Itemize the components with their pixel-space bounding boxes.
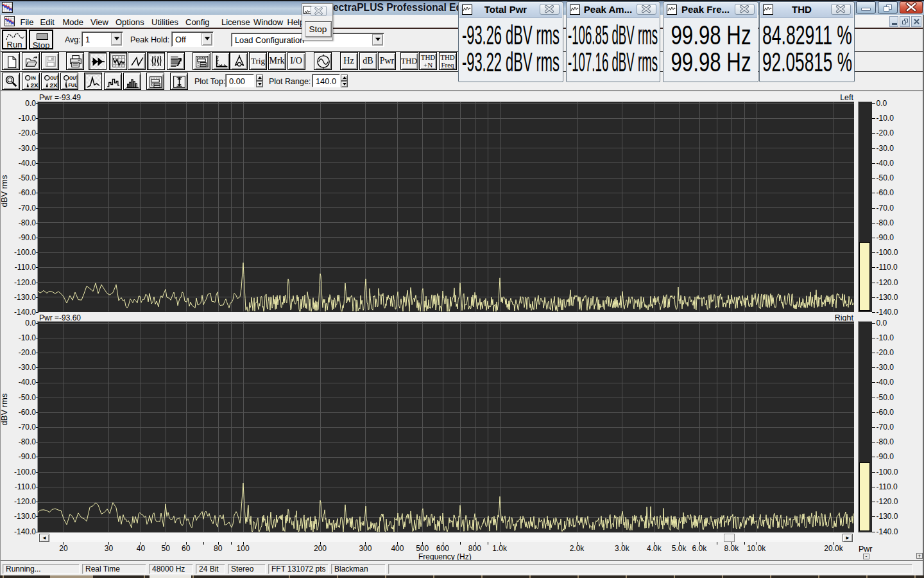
- svg-text:OUT: OUT: [50, 76, 58, 80]
- svg-text:FULL: FULL: [68, 82, 77, 88]
- svg-text:OUT: OUT: [69, 76, 77, 80]
- svg-text:-93.22 dBV rms: -93.22 dBV rms: [462, 46, 560, 77]
- svg-text:2X: 2X: [30, 81, 38, 88]
- svg-text:-107.16 dBV rms: -107.16 dBV rms: [568, 46, 658, 77]
- svg-text:-106.85 dBV rms: -106.85 dBV rms: [568, 19, 658, 50]
- svg-text:-93.26 dBV rms: -93.26 dBV rms: [462, 19, 560, 50]
- svg-text:92.05815 %: 92.05815 %: [762, 46, 852, 77]
- svg-text:99.98 Hz: 99.98 Hz: [671, 46, 751, 77]
- svg-text:IN: IN: [31, 75, 35, 81]
- svg-text:84.82911 %: 84.82911 %: [762, 19, 852, 50]
- svg-text:99.98 Hz: 99.98 Hz: [671, 19, 751, 50]
- svg-text:2X: 2X: [49, 81, 58, 88]
